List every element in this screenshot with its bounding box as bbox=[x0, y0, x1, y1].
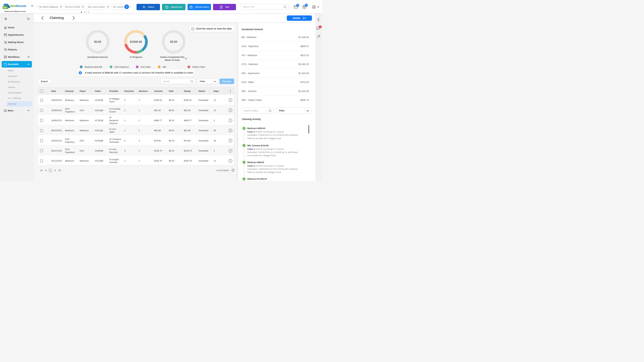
svg-text:$0.00: $0.00 bbox=[170, 40, 177, 43]
svg-text:$0.00: $0.00 bbox=[94, 40, 101, 43]
svg-text:$1928.48: $1928.48 bbox=[130, 40, 142, 43]
